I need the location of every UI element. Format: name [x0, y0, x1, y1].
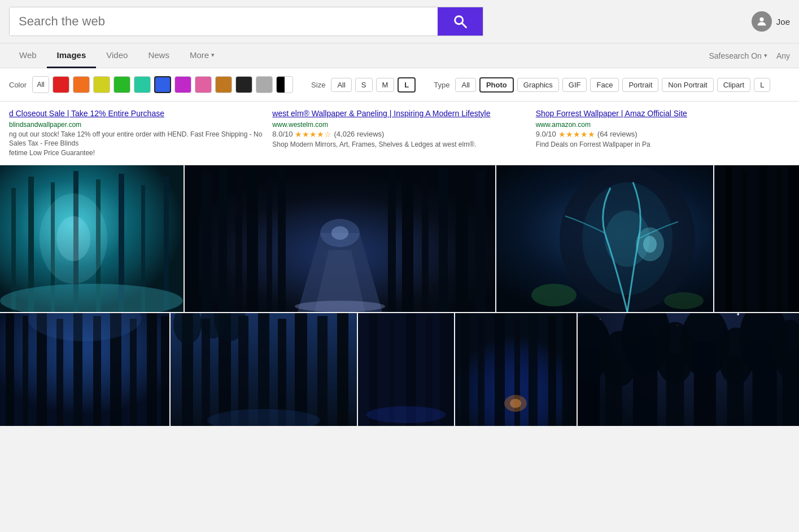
image-7[interactable] [358, 313, 454, 426]
ad-title-3[interactable]: Shop Forrest Wallpaper | Amaz Official S… [536, 108, 790, 120]
svg-rect-91 [529, 313, 538, 426]
ad-item-3: Shop Forrest Wallpaper | Amaz Official S… [536, 108, 790, 158]
svg-point-42 [531, 284, 577, 306]
color-purple-button[interactable] [174, 76, 191, 93]
svg-rect-52 [6, 313, 14, 426]
ad-title-2[interactable]: west elm® Wallpaper & Paneling | Inspiri… [272, 108, 526, 120]
nav-item-news[interactable]: News [138, 43, 180, 68]
svg-line-1 [462, 24, 466, 28]
svg-rect-24 [267, 177, 272, 312]
ad-url-3: www.amazon.com [536, 121, 790, 129]
svg-rect-23 [247, 165, 258, 312]
ad-score-3: 9.0/10 [536, 130, 556, 138]
filters-bar: Color All Size All S M L Type All Photo … [0, 68, 799, 102]
color-bw-button[interactable] [276, 76, 293, 93]
ad-stars-2: ★★★★☆ [295, 130, 331, 139]
color-blue-button[interactable] [154, 76, 171, 93]
svg-point-13 [56, 216, 90, 261]
svg-rect-46 [743, 171, 747, 312]
color-brown-button[interactable] [215, 76, 232, 93]
size-m-button[interactable]: M [376, 78, 395, 92]
ad-rating-2: 8.0/10 ★★★★☆ (4,026 reviews) [272, 130, 526, 139]
type-all-button[interactable]: All [455, 78, 475, 92]
nav-item-images[interactable]: Images [47, 43, 97, 68]
type-l-button[interactable]: L [754, 78, 770, 92]
size-l-button[interactable]: L [398, 77, 416, 93]
color-pink-button[interactable] [195, 76, 212, 93]
search-input[interactable]: forest wallpaper [10, 7, 438, 36]
type-nonportrait-button[interactable]: Non Portrait [662, 78, 713, 92]
svg-point-2 [759, 17, 763, 21]
ad-stars-3: ★★★★★ [558, 130, 595, 139]
color-all-button[interactable]: All [32, 76, 49, 93]
size-filter-group: Size All S M L [311, 77, 416, 93]
svg-rect-28 [422, 174, 429, 312]
image-6[interactable] [171, 313, 357, 426]
color-orange-button[interactable] [73, 76, 90, 93]
size-all-button[interactable]: All [331, 78, 351, 92]
image-1[interactable] [0, 165, 184, 312]
svg-rect-73 [337, 313, 348, 426]
svg-rect-31 [475, 171, 486, 312]
ad-title-1[interactable]: d Closeout Sale | Take 12% Entire Purcha… [9, 108, 263, 120]
nav-item-video[interactable]: Video [96, 43, 138, 68]
svg-rect-19 [185, 165, 199, 312]
ad-url-1: blindsandwallpaper.com [9, 121, 263, 129]
type-portrait-button[interactable]: Portrait [622, 78, 658, 92]
svg-rect-49 [788, 165, 799, 312]
svg-rect-53 [23, 316, 28, 426]
color-teal-button[interactable] [134, 76, 151, 93]
safesearch-dropdown[interactable]: Safesearch On ▾ [709, 51, 767, 60]
nav-bar: Web Images Video News More ▾ Safesearch … [0, 43, 799, 68]
svg-rect-60 [147, 313, 157, 426]
image-8[interactable] [455, 313, 577, 426]
ad-item-2: west elm® Wallpaper & Paneling | Inspiri… [272, 108, 526, 158]
type-face-button[interactable]: Face [590, 78, 619, 92]
ad-reviews-2: (4,026 reviews) [334, 130, 384, 138]
type-filter-group: Type All Photo Graphics GIF Face Portrai… [434, 77, 770, 93]
svg-rect-22 [235, 174, 242, 312]
ad-rating-3: 9.0/10 ★★★★★ (64 reviews) [536, 130, 790, 139]
svg-rect-20 [202, 171, 212, 312]
color-red-button[interactable] [53, 76, 69, 93]
color-green-button[interactable] [113, 76, 130, 93]
svg-rect-45 [726, 165, 732, 312]
svg-rect-30 [456, 165, 468, 312]
svg-rect-61 [161, 316, 169, 426]
type-gif-button[interactable]: GIF [562, 78, 587, 92]
type-photo-button[interactable]: Photo [479, 77, 514, 93]
avatar[interactable] [752, 11, 772, 32]
search-button[interactable] [438, 7, 483, 36]
nav-item-web[interactable]: Web [9, 43, 47, 68]
color-black-button[interactable] [235, 76, 252, 93]
svg-point-84 [366, 406, 446, 423]
svg-rect-59 [130, 319, 137, 426]
search-icon [452, 14, 468, 29]
image-4[interactable] [714, 165, 799, 312]
color-gray-button[interactable] [256, 76, 273, 93]
image-5[interactable] [0, 313, 169, 426]
type-filter-label: Type [434, 81, 449, 89]
image-9[interactable] [578, 313, 799, 426]
svg-point-32 [295, 301, 385, 312]
color-filter-group: Color All [9, 76, 293, 93]
type-clipart-button[interactable]: Clipart [717, 78, 751, 92]
svg-rect-92 [548, 316, 556, 426]
svg-rect-93 [562, 313, 577, 426]
ad-url-2: www.westelm.com [272, 121, 526, 129]
svg-rect-83 [440, 313, 454, 426]
svg-rect-89 [495, 313, 505, 426]
nav-item-more[interactable]: More ▾ [180, 43, 225, 68]
image-3[interactable] [496, 165, 713, 312]
ad-item-1: d Closeout Sale | Take 12% Entire Purcha… [9, 108, 263, 158]
svg-rect-47 [759, 165, 767, 312]
svg-point-41 [643, 236, 657, 253]
type-graphics-button[interactable]: Graphics [517, 78, 559, 92]
user-name: Joe [776, 17, 790, 27]
svg-rect-72 [317, 316, 328, 426]
color-yellow-button[interactable] [93, 76, 110, 93]
size-s-button[interactable]: S [355, 78, 373, 92]
svg-rect-88 [478, 316, 484, 426]
images-section [0, 165, 799, 426]
image-2[interactable] [185, 165, 495, 312]
